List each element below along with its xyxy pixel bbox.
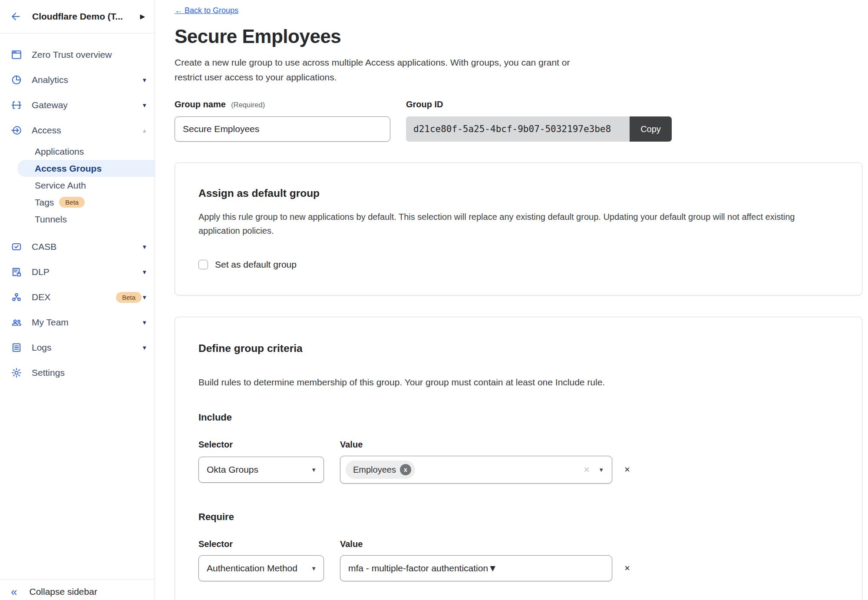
chip-label: Employees (353, 465, 396, 475)
selected-option: mfa - multiple-factor authentication (348, 563, 488, 573)
chevron-down-icon: ▼ (142, 319, 147, 326)
account-title: Cloudflare Demo (T... (32, 11, 138, 22)
chevron-down-icon: ▼ (598, 467, 604, 473)
sidebar-item-dex[interactable]: DEX Beta ▼ (0, 285, 155, 310)
require-selector-dropdown[interactable]: Authentication Method ▼ (198, 555, 324, 581)
sidebar-item-label: Gateway (32, 100, 142, 110)
chevron-down-icon: ▼ (142, 102, 147, 109)
sidebar-item-access[interactable]: Access ▲ (0, 118, 155, 143)
sidebar-item-label: DEX (32, 292, 116, 302)
sidebar-item-tunnels[interactable]: Tunnels (0, 211, 155, 228)
collapse-label: Collapse sidebar (29, 587, 97, 597)
selector-label: Selector (198, 539, 340, 549)
app-window: Cloudflare Demo (T... ▶ Zero Trust overv… (0, 0, 868, 600)
back-to-groups-link[interactable]: ← Back to Groups (175, 6, 238, 15)
chevron-down-icon: ▼ (311, 467, 317, 473)
sidebar-item-access-groups[interactable]: Access Groups (17, 160, 155, 177)
beta-badge: Beta (116, 292, 142, 303)
sidebar-item-label: CASB (32, 242, 142, 252)
selected-option: Okta Groups (207, 464, 258, 475)
required-hint: (Required) (231, 101, 265, 109)
include-selector-dropdown[interactable]: Okta Groups ▼ (198, 457, 324, 483)
sidebar-item-my-team[interactable]: My Team ▼ (0, 310, 155, 335)
logs-list-icon (11, 342, 22, 353)
value-chip: Employees x (346, 461, 415, 479)
sidebar-item-tags[interactable]: Tags Beta (0, 194, 155, 211)
sidebar: Cloudflare Demo (T... ▶ Zero Trust overv… (0, 0, 155, 600)
back-arrow-icon[interactable] (10, 10, 23, 23)
value-label: Value (340, 539, 363, 549)
chevron-down-icon: ▼ (142, 345, 147, 351)
card-title: Define group criteria (198, 342, 838, 355)
sidebar-item-dlp[interactable]: DLP ▼ (0, 259, 155, 285)
sidebar-item-label: Logs (32, 342, 142, 353)
card-description: Build rules to determine membership of t… (198, 377, 838, 388)
card-title: Assign as default group (198, 187, 838, 199)
sidebar-item-label: Access (32, 125, 142, 136)
main-content: ← Back to Groups Secure Employees Create… (155, 0, 868, 600)
selector-label: Selector (198, 440, 340, 450)
expand-account-icon[interactable]: ▶ (138, 11, 147, 22)
remove-require-rule-button[interactable]: × (624, 563, 630, 574)
group-name-field-block: Group name (Required) (175, 99, 390, 142)
analytics-pie-icon (11, 74, 22, 86)
include-title: Include (198, 412, 838, 423)
chevron-down-icon: ▼ (311, 565, 317, 572)
group-id-block: Group ID d21ce80f-5a25-4bcf-9b07-5032197… (406, 99, 672, 142)
checkbox-label: Set as default group (215, 259, 297, 270)
access-submenu: Applications Access Groups Service Auth … (0, 143, 155, 228)
page-description: Create a new rule group to use across mu… (175, 55, 598, 85)
sidebar-subitem-label: Tags (35, 197, 54, 208)
access-icon (11, 125, 22, 136)
sidebar-item-zero-trust-overview[interactable]: Zero Trust overview (0, 42, 155, 67)
gear-icon (11, 367, 22, 378)
sidebar-item-label: Analytics (32, 75, 142, 85)
sidebar-subitem-label: Applications (35, 146, 84, 157)
value-label: Value (340, 440, 363, 450)
sidebar-item-label: DLP (32, 267, 142, 277)
assign-default-group-card: Assign as default group Apply this rule … (175, 162, 862, 295)
chevron-up-icon: ▲ (142, 127, 147, 134)
group-name-label: Group name (175, 99, 226, 109)
chevron-down-icon: ▼ (488, 563, 497, 573)
require-title: Require (198, 511, 838, 523)
beta-badge: Beta (59, 197, 85, 208)
clear-values-icon[interactable]: × (584, 464, 590, 475)
include-value-multiselect[interactable]: Employees x × ▼ (340, 456, 612, 484)
require-rule-section: Require Selector Value Authentication Me… (198, 511, 838, 581)
group-name-id-row: Group name (Required) Group ID d21ce80f-… (175, 99, 862, 142)
sidebar-item-label: Settings (32, 368, 147, 378)
set-default-group-checkbox-row[interactable]: Set as default group (198, 259, 838, 270)
checkbox[interactable] (198, 260, 208, 269)
sidebar-item-logs[interactable]: Logs ▼ (0, 335, 155, 360)
overview-window-icon (11, 49, 22, 60)
sidebar-item-settings[interactable]: Settings (0, 360, 155, 385)
sidebar-item-label: My Team (32, 317, 142, 328)
include-rule-section: Include Selector Value Okta Groups ▼ Emp… (198, 412, 838, 484)
chip-remove-icon[interactable]: x (400, 464, 411, 475)
team-people-icon (11, 317, 22, 328)
collapse-sidebar-button[interactable]: « Collapse sidebar (0, 579, 155, 600)
chevron-down-icon: ▼ (142, 294, 147, 301)
group-name-input[interactable] (175, 116, 390, 142)
gateway-icon (11, 99, 22, 111)
collapse-chevrons-icon: « (11, 586, 17, 597)
sidebar-item-gateway[interactable]: Gateway ▼ (0, 93, 155, 118)
sidebar-header: Cloudflare Demo (T... ▶ (0, 0, 155, 33)
selected-option: Authentication Method (207, 563, 297, 573)
chevron-down-icon: ▼ (142, 269, 147, 275)
require-value-dropdown[interactable]: mfa - multiple-factor authentication ▼ (340, 555, 612, 581)
sidebar-item-service-auth[interactable]: Service Auth (0, 177, 155, 194)
card-description: Apply this rule group to new application… (198, 210, 838, 238)
chevron-down-icon: ▼ (142, 244, 147, 250)
remove-include-rule-button[interactable]: × (624, 464, 630, 475)
group-id-label: Group ID (406, 99, 443, 109)
sidebar-item-label: Zero Trust overview (32, 50, 147, 60)
sidebar-item-applications[interactable]: Applications (0, 143, 155, 160)
sidebar-item-casb[interactable]: CASB ▼ (0, 234, 155, 259)
group-id-value: d21ce80f-5a25-4bcf-9b07-5032197e3be8 (406, 116, 630, 142)
copy-button[interactable]: Copy (630, 116, 672, 142)
define-group-criteria-card: Define group criteria Build rules to det… (175, 317, 862, 600)
sidebar-item-analytics[interactable]: Analytics ▼ (0, 67, 155, 93)
sidebar-subitem-label: Access Groups (35, 163, 102, 174)
